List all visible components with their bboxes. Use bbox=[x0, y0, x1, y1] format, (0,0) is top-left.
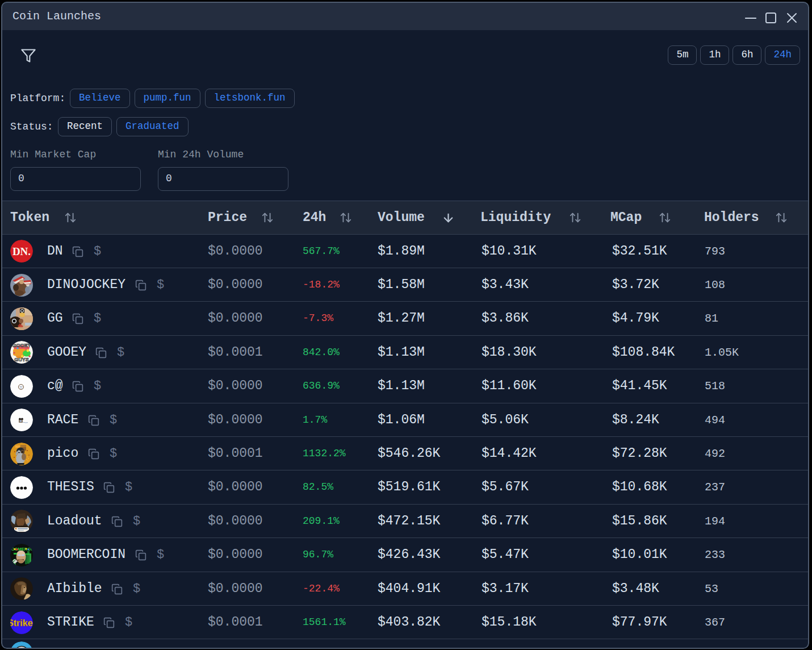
svg-text:DN.: DN. bbox=[12, 245, 31, 257]
svg-text:Strike!: Strike! bbox=[10, 618, 33, 628]
svg-text:GOOEY: GOOEY bbox=[12, 343, 31, 348]
svg-text:GUYS: GUYS bbox=[14, 357, 29, 363]
